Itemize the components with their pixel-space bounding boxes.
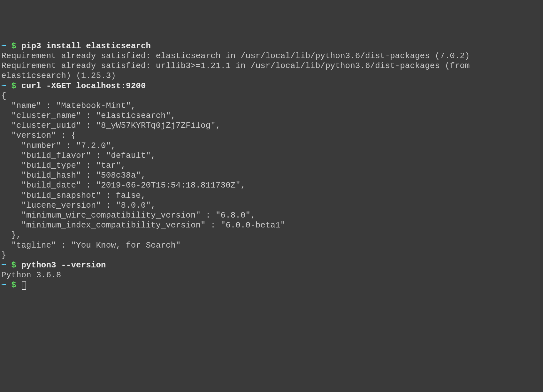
prompt-tilde: ~ [1,260,6,270]
curl-json-build-type: "build_type" : "tar", [1,161,542,171]
prompt-dollar: $ [11,280,16,290]
prompt-tilde: ~ [1,41,6,51]
command-pip-install: pip3 install elasticsearch [21,41,151,51]
output-pip-line1: Requirement already satisfied: elasticse… [1,51,542,61]
prompt-tilde: ~ [1,280,6,290]
prompt-tilde: ~ [1,81,6,91]
curl-json-open: { [1,91,542,101]
curl-json-version-open: "version" : { [1,131,542,141]
curl-json-version-close: }, [1,230,542,240]
command-curl: curl -XGET localhost:9200 [21,81,146,91]
curl-json-tagline: "tagline" : "You Know, for Search" [1,241,542,250]
curl-json-build-snapshot: "build_snapshot" : false, [1,191,542,201]
output-pip-line2: Requirement already satisfied: urllib3>=… [1,61,542,81]
terminal-window[interactable]: ~ $ pip3 install elasticsearchRequiremen… [1,41,542,290]
curl-json-build-flavor: "build_flavor" : "default", [1,151,542,161]
curl-json-close: } [1,250,542,260]
prompt-dollar: $ [11,260,16,270]
curl-json-build-date: "build_date" : "2019-06-20T15:54:18.8117… [1,181,542,190]
curl-json-cluster-uuid: "cluster_uuid" : "8_yW57KYRTq0jZj7ZFilog… [1,121,542,131]
curl-json-number: "number" : "7.2.0", [1,141,542,151]
command-python-version: python3 --version [21,260,106,270]
curl-json-cluster-name: "cluster_name" : "elasticsearch", [1,111,542,121]
prompt-dollar: $ [11,41,16,51]
prompt-dollar: $ [11,81,16,91]
curl-json-min-index: "minimum_index_compatibility_version" : … [1,220,542,230]
output-python-version: Python 3.6.8 [1,270,542,280]
curl-json-min-wire: "minimum_wire_compatibility_version" : "… [1,211,542,220]
curl-json-lucene-version: "lucene_version" : "8.0.0", [1,201,542,211]
curl-json-build-hash: "build_hash" : "508c38a", [1,171,542,181]
cursor-icon[interactable] [22,281,26,290]
curl-json-name: "name" : "Matebook-Mint", [1,101,542,111]
